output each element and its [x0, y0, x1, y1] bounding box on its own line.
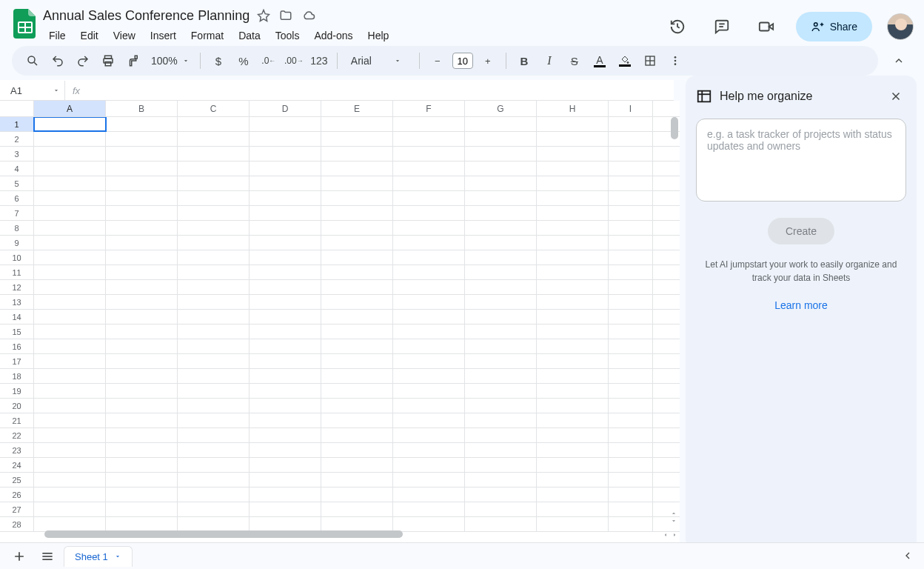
star-icon[interactable] — [257, 9, 270, 22]
cell[interactable] — [178, 354, 250, 368]
scroll-up-icon[interactable] — [669, 510, 678, 517]
cell[interactable] — [178, 325, 250, 339]
cell[interactable] — [178, 473, 250, 487]
cell[interactable] — [34, 325, 106, 339]
cell[interactable] — [321, 473, 393, 487]
cell[interactable] — [537, 517, 609, 531]
cell[interactable] — [537, 473, 609, 487]
cell[interactable] — [321, 443, 393, 457]
cell[interactable] — [178, 147, 250, 161]
cell[interactable] — [393, 369, 465, 383]
cell[interactable] — [537, 147, 609, 161]
cell[interactable] — [34, 206, 106, 220]
cell[interactable] — [250, 339, 321, 353]
cell[interactable] — [250, 250, 321, 264]
cell[interactable] — [393, 236, 465, 250]
cell[interactable] — [537, 443, 609, 457]
cell[interactable] — [178, 265, 250, 279]
cell[interactable] — [178, 310, 250, 324]
cell[interactable] — [106, 488, 178, 502]
row-header[interactable]: 6 — [0, 191, 34, 205]
cell[interactable] — [106, 310, 178, 324]
cell[interactable] — [34, 176, 106, 190]
column-header[interactable]: C — [178, 101, 250, 116]
cell[interactable] — [465, 488, 537, 502]
cell[interactable] — [465, 310, 537, 324]
row-header[interactable]: 11 — [0, 265, 34, 279]
row-header[interactable]: 16 — [0, 339, 34, 353]
cell[interactable] — [465, 176, 537, 190]
cell[interactable] — [465, 354, 537, 368]
cell[interactable] — [465, 369, 537, 383]
account-avatar[interactable] — [887, 13, 914, 40]
cell[interactable] — [393, 428, 465, 442]
menu-tools[interactable]: Tools — [270, 27, 306, 44]
decrease-font-icon[interactable]: − — [427, 50, 448, 71]
cell[interactable] — [609, 502, 653, 516]
cell[interactable] — [537, 236, 609, 250]
cell[interactable] — [250, 517, 321, 531]
cell[interactable] — [34, 502, 106, 516]
cell[interactable] — [393, 354, 465, 368]
cell[interactable] — [250, 221, 321, 235]
cell[interactable] — [393, 265, 465, 279]
zoom-dropdown[interactable]: 100% — [148, 55, 192, 67]
cell[interactable] — [321, 147, 393, 161]
cell[interactable] — [465, 413, 537, 427]
cell[interactable] — [537, 295, 609, 309]
cell[interactable] — [537, 413, 609, 427]
cell[interactable] — [106, 428, 178, 442]
row-header[interactable]: 20 — [0, 399, 34, 413]
row-header[interactable]: 5 — [0, 176, 34, 190]
cell[interactable] — [537, 339, 609, 353]
cell[interactable] — [34, 354, 106, 368]
cell[interactable] — [393, 191, 465, 205]
cell[interactable] — [609, 413, 653, 427]
row-header[interactable]: 7 — [0, 206, 34, 220]
cell[interactable] — [106, 517, 178, 531]
font-size-input[interactable] — [452, 53, 473, 69]
cell[interactable] — [321, 280, 393, 294]
row-header[interactable]: 19 — [0, 384, 34, 398]
all-sheets-icon[interactable] — [36, 545, 59, 568]
cell[interactable] — [465, 339, 537, 353]
cell[interactable] — [465, 191, 537, 205]
cell[interactable] — [609, 147, 653, 161]
cell[interactable] — [537, 206, 609, 220]
cell[interactable] — [250, 147, 321, 161]
cell[interactable] — [250, 473, 321, 487]
number-format-dropdown[interactable]: 123 — [309, 50, 329, 71]
cell[interactable] — [106, 473, 178, 487]
cell[interactable] — [178, 443, 250, 457]
column-header[interactable]: I — [609, 101, 653, 116]
cell[interactable] — [609, 428, 653, 442]
cell[interactable] — [34, 473, 106, 487]
cell[interactable] — [250, 132, 321, 146]
history-icon[interactable] — [663, 12, 692, 41]
fill-color-icon[interactable] — [615, 50, 635, 71]
cell[interactable] — [321, 339, 393, 353]
cell[interactable] — [465, 236, 537, 250]
cell[interactable] — [537, 176, 609, 190]
cell[interactable] — [393, 339, 465, 353]
menu-addons[interactable]: Add-ons — [308, 27, 358, 44]
cell[interactable] — [393, 132, 465, 146]
show-side-panel-icon[interactable] — [897, 545, 918, 566]
cell[interactable] — [250, 384, 321, 398]
increase-font-icon[interactable]: + — [478, 50, 498, 71]
cell[interactable] — [609, 325, 653, 339]
cell[interactable] — [321, 428, 393, 442]
cell[interactable] — [465, 384, 537, 398]
cell[interactable] — [609, 162, 653, 176]
row-header[interactable]: 25 — [0, 473, 34, 487]
cell[interactable] — [106, 399, 178, 413]
cell[interactable] — [609, 339, 653, 353]
cell[interactable] — [393, 458, 465, 472]
cell[interactable] — [250, 265, 321, 279]
cell[interactable] — [178, 339, 250, 353]
sheets-logo[interactable] — [10, 9, 40, 39]
row-header[interactable]: 4 — [0, 162, 34, 176]
cell[interactable] — [34, 117, 106, 131]
cell[interactable] — [250, 176, 321, 190]
row-header[interactable]: 8 — [0, 221, 34, 235]
